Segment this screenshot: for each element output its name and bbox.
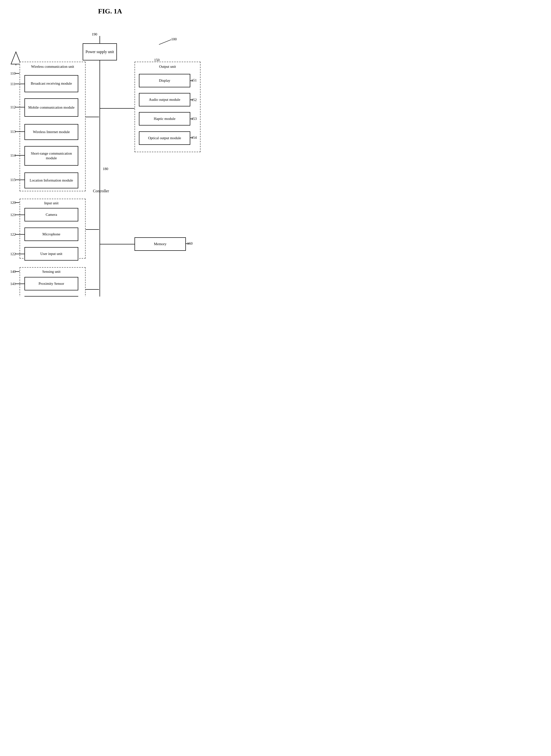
ref-113: 113	[10, 130, 16, 134]
ref-115: 115	[10, 178, 16, 182]
power-supply-box: Power supply unit	[83, 43, 117, 60]
haptic-box: Haptic module	[139, 112, 190, 125]
user-input-box: User input unit	[24, 247, 78, 261]
mobile-comm-box: Mobile communication module	[24, 98, 78, 117]
proximity-box: Proximity Sensor	[24, 277, 78, 290]
ref-150: 150	[154, 58, 160, 62]
short-range-box: Short-range communication module	[24, 146, 78, 165]
input-unit-label: Input unit	[24, 201, 78, 205]
location-info-box: Location Information module	[24, 172, 78, 188]
audio-output-box: Audio output module	[139, 93, 190, 106]
ref-190-label: 190	[92, 32, 97, 36]
display-box: Display	[139, 74, 190, 87]
svg-line-2	[159, 40, 171, 44]
sensing-unit-label: Sensing unit	[24, 270, 78, 274]
microphone-box: Microphone	[24, 228, 78, 241]
figure-title: FIG. 1A	[5, 7, 215, 15]
ref-111: 111	[10, 82, 15, 86]
memory-box: Memory	[134, 237, 186, 251]
ref-100-arrow	[156, 38, 174, 46]
camera-box: Camera	[24, 208, 78, 222]
svg-marker-0	[11, 52, 21, 64]
ref-110: 110	[10, 71, 16, 76]
ref-114: 114	[10, 153, 16, 157]
diagram-container: 190 Power supply unit 100 Wireless commu…	[5, 22, 215, 292]
illumination-box: Illumination Sensor	[24, 296, 78, 297]
controller-label: Controller	[93, 189, 109, 193]
output-unit-label: Output unit	[138, 65, 197, 69]
ref-112: 112	[10, 105, 16, 109]
wireless-internet-box: Wireless Internet module	[24, 124, 78, 140]
ref-180: 180	[103, 167, 108, 171]
broadcast-box: Broadcast receiving module	[24, 75, 78, 92]
wireless-comm-label: Wireless communication unit	[23, 65, 82, 69]
optical-output-box: Optical output module	[139, 131, 190, 145]
